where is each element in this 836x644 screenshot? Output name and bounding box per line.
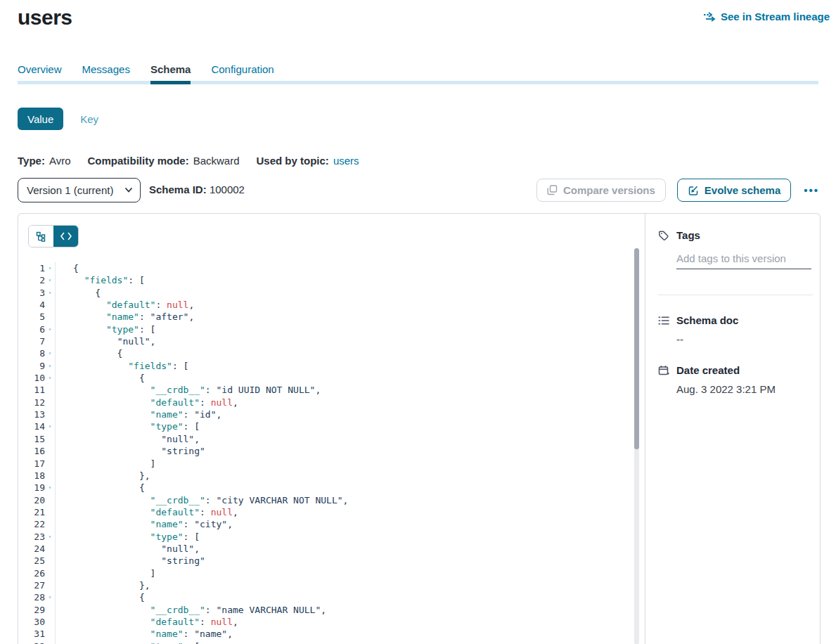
code-line: 9▾ "fields": [	[18, 360, 645, 372]
tab-overview[interactable]: Overview	[18, 63, 62, 84]
fold-spacer	[45, 494, 55, 506]
fold-toggle-icon[interactable]: ▾	[45, 482, 55, 494]
code-text: "name": "name",	[55, 628, 645, 640]
code-view-button[interactable]	[53, 226, 78, 247]
fold-toggle-icon[interactable]: ▾	[45, 531, 55, 543]
calendar-plus-icon	[658, 365, 669, 376]
tab-schema[interactable]: Schema	[150, 63, 191, 84]
fold-spacer	[45, 567, 55, 579]
fold-toggle-icon[interactable]: ▾	[45, 372, 55, 384]
line-number: 17	[18, 458, 45, 470]
fold-spacer	[45, 458, 55, 470]
fold-toggle-icon[interactable]: ▾	[45, 274, 55, 286]
line-number: 30	[18, 616, 45, 628]
code-line: 18 },	[18, 470, 645, 482]
active-tab-indicator	[150, 81, 191, 84]
code-line: 6▾ "type": [	[18, 323, 645, 335]
code-text: "type": [	[55, 531, 645, 543]
date-created-section: Date created Aug. 3 2022 3:21 PM	[658, 364, 810, 395]
editor-scrollbar-thumb[interactable]	[634, 248, 639, 449]
code-text: "default": null,	[55, 616, 645, 628]
more-options-button[interactable]: •••	[802, 181, 821, 199]
tags-heading: Tags	[676, 229, 700, 241]
code-line: 21 "default": null,	[18, 506, 645, 518]
version-bar: Version 1 (current) Schema ID: 100002 Co…	[18, 178, 821, 203]
fold-toggle-icon[interactable]: ▾	[45, 323, 55, 335]
version-select[interactable]: Version 1 (current)	[18, 178, 141, 202]
fold-toggle-icon[interactable]: ▾	[45, 287, 55, 299]
code-line: 29 "__crdb__": "name VARCHAR NULL",	[18, 604, 645, 616]
tab-messages[interactable]: Messages	[82, 63, 130, 84]
line-number: 9	[18, 360, 45, 372]
code-line: 7 "null",	[18, 335, 645, 347]
line-number: 23	[18, 531, 45, 543]
fold-spacer	[45, 604, 55, 616]
code-text: {	[55, 372, 645, 384]
line-number: 22	[18, 518, 45, 530]
line-number: 4	[18, 299, 45, 311]
value-toggle-button[interactable]: Value	[18, 108, 63, 130]
editor-scrollbar-track[interactable]	[634, 248, 639, 644]
line-number: 10	[18, 372, 45, 384]
stream-lineage-icon	[703, 11, 716, 22]
line-number: 8	[18, 347, 45, 359]
line-number: 29	[18, 604, 45, 616]
line-number: 28	[18, 591, 45, 603]
line-number: 14	[18, 420, 45, 432]
topic-link[interactable]: users	[333, 155, 359, 167]
stream-lineage-link[interactable]: See in Stream lineage	[703, 11, 830, 22]
tab-bar: Overview Messages Schema Configuration	[18, 63, 818, 84]
schema-doc-heading: Schema doc	[676, 314, 738, 326]
type-label: Type:	[18, 155, 45, 167]
code-line: 3▾ {	[18, 287, 645, 299]
schema-id: Schema ID: 100002	[149, 183, 245, 195]
compatibility-label: Compatibility mode:	[87, 155, 188, 167]
code-line: 19▾ {	[18, 482, 645, 494]
code-text: "type": [	[55, 323, 645, 335]
tree-view-button[interactable]	[29, 226, 53, 247]
code-text: "string"	[55, 445, 645, 457]
evolve-schema-label: Evolve schema	[705, 184, 780, 196]
schema-id-value: 100002	[210, 183, 245, 195]
code-text: ]	[55, 458, 645, 470]
tags-section: Tags	[658, 229, 810, 295]
fold-toggle-icon[interactable]: ▾	[45, 262, 55, 274]
stream-lineage-label: See in Stream lineage	[721, 11, 830, 22]
fold-toggle-icon[interactable]: ▾	[45, 360, 55, 372]
compare-versions-button[interactable]: Compare versions	[536, 179, 666, 202]
code-text: "default": null,	[55, 397, 645, 408]
schema-doc-section: Schema doc --	[658, 314, 810, 345]
schema-page: users See in Stream lineage Overview Mes…	[0, 0, 836, 644]
code-line: 5 "name": "after",	[18, 311, 645, 323]
key-toggle-button[interactable]: Key	[80, 113, 98, 125]
code-line: 25 "string"	[18, 555, 645, 567]
evolve-schema-button[interactable]: Evolve schema	[677, 179, 791, 202]
code-line: 24 "null",	[18, 543, 645, 555]
fold-spacer	[45, 433, 55, 445]
schema-id-label: Schema ID:	[149, 183, 207, 195]
fold-spacer	[45, 470, 55, 482]
code-line: 32▾ "type": [	[18, 640, 645, 644]
code-text: },	[55, 470, 645, 482]
code-text: "type": [	[55, 420, 645, 432]
tag-icon	[658, 230, 669, 241]
fold-spacer	[45, 506, 55, 518]
fold-spacer	[45, 408, 55, 420]
tab-overview-label: Overview	[18, 63, 62, 75]
line-number: 25	[18, 555, 45, 567]
code-text: "__crdb__": "name VARCHAR NULL",	[55, 604, 645, 616]
date-created-value: Aug. 3 2022 3:21 PM	[676, 383, 810, 395]
line-number: 7	[18, 335, 45, 347]
line-number: 31	[18, 628, 45, 640]
tab-configuration[interactable]: Configuration	[211, 63, 274, 84]
fold-toggle-icon[interactable]: ▾	[45, 420, 55, 432]
code-text: "fields": [	[55, 360, 645, 372]
line-number: 13	[18, 408, 45, 420]
fold-toggle-icon[interactable]: ▾	[45, 347, 55, 359]
tree-view-icon	[36, 231, 46, 242]
fold-toggle-icon[interactable]: ▾	[45, 640, 55, 644]
editor-view-toggle	[28, 225, 79, 247]
add-tags-input[interactable]	[676, 251, 811, 269]
fold-toggle-icon[interactable]: ▾	[45, 591, 55, 603]
code-line: 23▾ "type": [	[18, 531, 645, 543]
